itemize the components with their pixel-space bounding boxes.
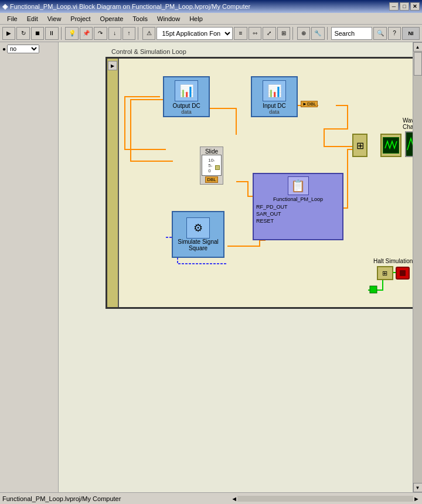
step-over-button[interactable]: ↷ <box>94 27 107 40</box>
status-text: Functional_PM_Loop.lvproj/My Computer <box>2 495 231 502</box>
zoom-button[interactable]: ⊕ <box>297 27 310 40</box>
menu-view[interactable]: View <box>43 15 66 23</box>
simulate-sub-label: Square <box>189 245 207 251</box>
sim-loop-border: ▶ ◀ Error <box>106 57 413 309</box>
minimize-button[interactable]: ─ <box>389 2 399 11</box>
left-panel: ● no yes <box>0 42 59 492</box>
simulate-icon: ⚙ <box>186 217 210 239</box>
sim-loop-label: Control & Simulation Loop <box>111 48 186 55</box>
scroll-thumb[interactable] <box>414 52 422 76</box>
env-button[interactable]: 🔧 <box>311 27 324 40</box>
scroll-down-button[interactable]: ▼ <box>413 483 423 492</box>
menu-project[interactable]: Project <box>66 15 95 23</box>
waveform-display-inner <box>383 137 399 154</box>
output-dc-label: Output DC <box>172 103 200 109</box>
output-dc-icon: 📊 <box>175 80 198 101</box>
help-context-button[interactable]: ? <box>388 27 401 40</box>
functional-pm-block[interactable]: 📋 Functional_PM_Loop RF_PD_OUT SAR_OUT R… <box>253 173 343 240</box>
resize-button[interactable]: ⤢ <box>263 27 275 40</box>
toolbar: ▶ ↻ ⏹ ⏸ 💡 📌 ↷ ↓ ↑ ⚠ 15pt Application Fon… <box>0 25 422 42</box>
halt-simulation[interactable]: Halt Simulation ⊞ <box>373 258 413 280</box>
array-block-1[interactable]: ⊞ <box>352 134 367 157</box>
input-dc-block[interactable]: 📊 Input DC data <box>251 76 298 117</box>
slide-inner[interactable]: 10-5-0 <box>202 155 222 176</box>
sep3 <box>292 27 295 40</box>
retain-button[interactable]: 📌 <box>80 27 93 40</box>
loop-left-strip: ▶ <box>107 59 119 307</box>
menu-help[interactable]: Help <box>185 15 207 23</box>
right-scrollbar: ▲ ▼ <box>413 42 422 492</box>
halt-stop-button[interactable] <box>396 267 410 280</box>
input-dc-label: Input DC <box>263 103 285 109</box>
sep2 <box>138 27 140 40</box>
menu-tools[interactable]: Tools <box>128 15 152 23</box>
slide-control[interactable]: Slide 10-5-0 DBL <box>200 147 223 185</box>
svg-rect-0 <box>370 286 377 293</box>
waveform-chart-display <box>405 131 413 157</box>
run-continuous-button[interactable]: ↻ <box>16 27 29 40</box>
halt-stop-inner <box>400 270 406 276</box>
input-dc-icon: 📊 <box>263 80 286 101</box>
output-dc-block[interactable]: 📊 Output DC data <box>163 76 210 117</box>
loop-indicator-icon: ● <box>2 46 6 52</box>
menubar: File Edit View Project Operate Tools Win… <box>0 13 422 25</box>
waveform-chart-svg <box>406 132 413 156</box>
scroll-right-button[interactable]: ► <box>413 495 420 502</box>
slide-dbl: DBL <box>205 176 218 183</box>
close-button[interactable]: ✕ <box>410 2 420 11</box>
waveform-chart[interactable]: Waveform Chart <box>403 117 413 157</box>
functional-pm-icon: 📋 <box>288 176 309 195</box>
halt-controls: ⊞ <box>377 266 410 280</box>
warning-button[interactable]: ⚠ <box>142 27 155 40</box>
menu-operate[interactable]: Operate <box>96 15 128 23</box>
run-arrow-button[interactable]: ▶ <box>2 27 15 40</box>
menu-file[interactable]: File <box>2 15 22 23</box>
simulate-signal-block[interactable]: ⚙ Simulate Signal Square <box>172 211 224 258</box>
menu-edit[interactable]: Edit <box>22 15 43 23</box>
loop-selector[interactable]: no yes <box>7 45 39 53</box>
slide-label: Slide <box>205 148 218 155</box>
dbl-label: ►DBL <box>301 101 318 107</box>
search-button[interactable]: 🔍 <box>373 27 386 40</box>
output-dc-sublabel: data <box>181 109 192 115</box>
title-icon: ◈ <box>2 2 8 11</box>
simulate-label: Simulate Signal <box>178 239 218 245</box>
maximize-button[interactable]: □ <box>400 2 409 11</box>
scroll-left-button[interactable]: ◄ <box>231 495 237 502</box>
waveform-display-block[interactable] <box>380 134 401 157</box>
ni-logo-button[interactable]: NI <box>402 27 420 40</box>
highlight-button[interactable]: 💡 <box>65 27 78 40</box>
abort-button[interactable]: ⏹ <box>31 27 44 40</box>
waveform-chart-label: Waveform Chart <box>403 117 413 130</box>
scroll-bar-area[interactable] <box>237 496 413 502</box>
align-button[interactable]: ≡ <box>234 27 247 40</box>
menu-window[interactable]: Window <box>152 15 185 23</box>
halt-label: Halt Simulation <box>373 258 413 264</box>
reorder-button[interactable]: ⊞ <box>277 27 290 40</box>
search-input[interactable] <box>331 27 372 40</box>
window-title: Functional_PM_Loop.vi Block Diagram on F… <box>10 3 389 10</box>
loop-left-control[interactable]: ▶ <box>108 61 117 70</box>
canvas-area[interactable]: Control & Simulation Loop ▶ ◀ Error <box>59 42 413 492</box>
step-out-button[interactable]: ↑ <box>122 27 135 40</box>
port-sar: SAR_OUT <box>256 211 281 217</box>
sep4 <box>327 27 329 40</box>
port-rf: RF_PD_OUT <box>256 204 288 210</box>
scroll-track[interactable] <box>413 52 423 483</box>
input-dc-sublabel: data <box>269 109 280 115</box>
functional-pm-title: Functional_PM_Loop <box>256 196 340 202</box>
scroll-up-button[interactable]: ▲ <box>413 42 423 52</box>
distribute-button[interactable]: ⇿ <box>249 27 261 40</box>
titlebar: ◈ Functional_PM_Loop.vi Block Diagram on… <box>0 0 422 13</box>
halt-array-icon[interactable]: ⊞ <box>377 266 393 280</box>
port-reset: RESET <box>256 218 274 224</box>
title-controls: ─ □ ✕ <box>389 2 420 11</box>
step-into-button[interactable]: ↓ <box>108 27 121 40</box>
array-icon-1: ⊞ <box>356 140 364 151</box>
font-select[interactable]: 15pt Application Font <box>156 27 233 40</box>
block-diagram: Control & Simulation Loop ▶ ◀ Error <box>64 48 413 417</box>
statusbar: Functional_PM_Loop.lvproj/My Computer ◄ … <box>0 492 422 504</box>
waveform-svg <box>384 139 398 152</box>
pause-button[interactable]: ⏸ <box>45 27 58 40</box>
main-area: ● no yes Control & Simulation Loop ▶ ◀ <box>0 42 422 492</box>
